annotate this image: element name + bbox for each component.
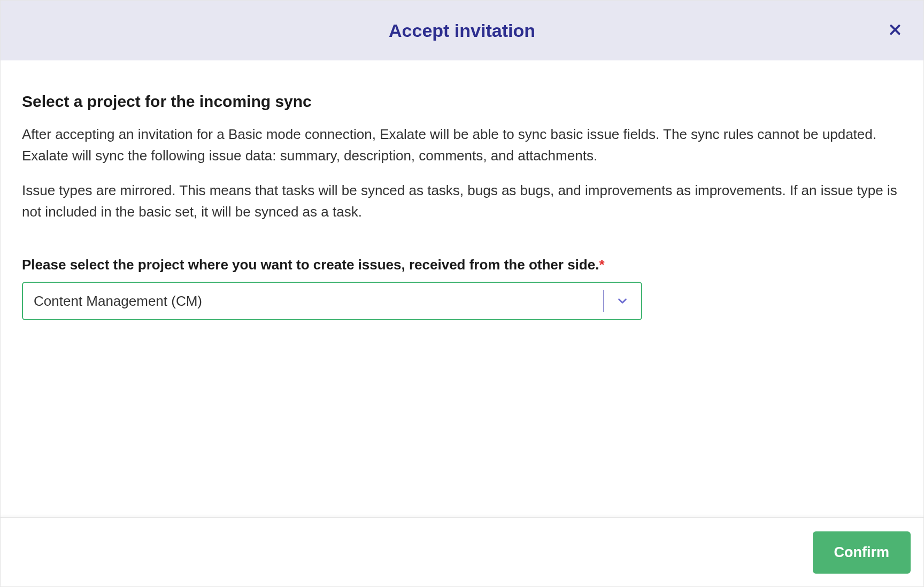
confirm-button[interactable]: Confirm	[813, 531, 911, 574]
required-asterisk: *	[599, 257, 604, 273]
project-field-label: Please select the project where you want…	[22, 257, 902, 273]
description-paragraph-1: After accepting an invitation for a Basi…	[22, 123, 902, 167]
description-paragraph-2: Issue types are mirrored. This means tha…	[22, 180, 902, 223]
modal-header: Accept invitation	[1, 1, 923, 60]
project-field-label-text: Please select the project where you want…	[22, 257, 599, 273]
chevron-down-icon	[604, 294, 641, 308]
section-heading: Select a project for the incoming sync	[22, 92, 902, 111]
project-select-value: Content Management (CM)	[23, 293, 603, 310]
project-select[interactable]: Content Management (CM)	[22, 282, 642, 320]
modal-body: Select a project for the incoming sync A…	[1, 60, 923, 517]
close-icon	[888, 23, 902, 38]
accept-invitation-modal: Accept invitation Select a project for t…	[0, 0, 924, 587]
close-button[interactable]	[884, 19, 906, 43]
modal-title: Accept invitation	[389, 20, 535, 41]
modal-footer: Confirm	[1, 517, 923, 586]
